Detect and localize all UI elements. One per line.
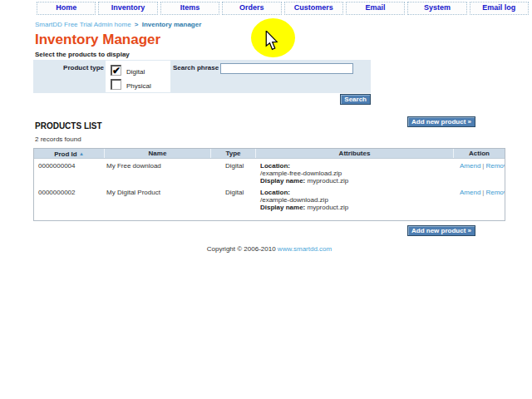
mouse-cursor-icon <box>265 31 278 51</box>
products-list-heading: PRODUCTS LIST <box>35 121 102 131</box>
location-label: Location: <box>260 189 290 196</box>
column-header-action: Action <box>454 149 505 158</box>
digital-checkbox[interactable]: ✔ <box>111 65 121 76</box>
nav-tab-items[interactable]: Items <box>160 2 219 15</box>
action-separator: | <box>482 162 484 170</box>
add-new-product-button-bottom[interactable]: Add new product » <box>407 225 475 236</box>
display-name-label: Display name: <box>260 204 305 211</box>
sort-asc-icon: ▲ <box>79 151 84 156</box>
filter-panel: Product type ✔ Digital Physical Search p… <box>33 60 371 93</box>
column-header-name: Name <box>105 149 211 158</box>
cell-type: Digital <box>211 162 256 185</box>
cell-prod-id: 0000000004 <box>34 162 105 185</box>
footer-copyright: Copyright © 2006-2010 www.smartdd.com <box>33 245 505 253</box>
breadcrumb-separator: > <box>135 21 139 28</box>
cell-attributes: Location: /example-download.zip Display … <box>256 189 454 212</box>
column-header-prod-id-label: Prod Id <box>54 150 77 158</box>
location-value: /example-free-download.zip <box>260 170 342 177</box>
check-icon: ✔ <box>112 65 121 76</box>
nav-tab-home[interactable]: Home <box>37 2 96 15</box>
table-row: 0000000002 My Digital Product Digital Lo… <box>34 185 505 212</box>
add-new-product-button-top[interactable]: Add new product » <box>407 116 475 127</box>
search-button[interactable]: Search <box>340 94 371 105</box>
action-separator: | <box>482 189 484 196</box>
cell-action: Amend|Remove <box>454 189 505 212</box>
column-header-attributes: Attributes <box>256 149 454 158</box>
breadcrumb: SmartDD Free Trial Admin home > Inventor… <box>35 21 201 28</box>
top-nav: Home Inventory Items Orders Customers Em… <box>37 2 529 15</box>
page-subtitle: Select the products to display <box>35 51 130 58</box>
nav-tab-customers[interactable]: Customers <box>284 2 343 15</box>
products-table: Prod Id ▲ Name Type Attributes Action 00… <box>33 148 505 221</box>
column-header-type: Type <box>211 149 256 158</box>
location-value: /example-download.zip <box>260 196 328 204</box>
nav-tab-orders[interactable]: Orders <box>222 2 281 15</box>
cell-type: Digital <box>211 189 256 212</box>
breadcrumb-home-link[interactable]: SmartDD Free Trial Admin home <box>35 21 131 28</box>
display-name-value: myproduct.zip <box>307 177 348 185</box>
digital-checkbox-label: Digital <box>126 68 145 76</box>
cell-name: My Digital Product <box>105 189 211 212</box>
physical-checkbox-label: Physical <box>126 82 151 90</box>
nav-tab-system[interactable]: System <box>407 2 466 15</box>
product-type-label: Product type <box>33 64 104 71</box>
records-found-text: 2 records found <box>35 135 81 143</box>
nav-tab-email[interactable]: Email <box>346 2 405 15</box>
copyright-text: Copyright © 2006-2010 <box>207 245 276 253</box>
cell-attributes: Location: /example-free-download.zip Dis… <box>256 162 454 185</box>
breadcrumb-current: Inventory manager <box>142 21 202 28</box>
physical-checkbox[interactable] <box>111 79 121 90</box>
remove-link[interactable]: Remove <box>485 162 505 170</box>
location-label: Location: <box>260 162 290 170</box>
amend-link[interactable]: Amend <box>460 162 480 170</box>
column-header-prod-id[interactable]: Prod Id ▲ <box>34 149 105 158</box>
table-header-row: Prod Id ▲ Name Type Attributes Action <box>34 149 505 159</box>
display-name-value: myproduct.zip <box>307 204 348 211</box>
search-phrase-input[interactable] <box>220 63 353 74</box>
cell-name: My Free download <box>105 162 211 185</box>
amend-link[interactable]: Amend <box>460 189 480 196</box>
nav-tab-email-log[interactable]: Email log <box>470 2 529 15</box>
product-type-options: ✔ Digital Physical <box>106 61 170 92</box>
table-row: 0000000004 My Free download Digital Loca… <box>34 159 505 185</box>
search-phrase-label: Search phrase <box>173 64 219 71</box>
display-name-label: Display name: <box>260 177 305 185</box>
cell-action: Amend|Remove <box>454 162 505 185</box>
page-title: Inventory Manager <box>35 32 160 48</box>
table-body: 0000000004 My Free download Digital Loca… <box>34 159 505 220</box>
inventory-manager-page: Home Inventory Items Orders Customers Em… <box>0 0 532 399</box>
nav-tab-inventory[interactable]: Inventory <box>98 2 157 15</box>
smartdd-link[interactable]: www.smartdd.com <box>278 245 332 253</box>
remove-link[interactable]: Remove <box>485 189 505 196</box>
cell-prod-id: 0000000002 <box>34 189 105 212</box>
